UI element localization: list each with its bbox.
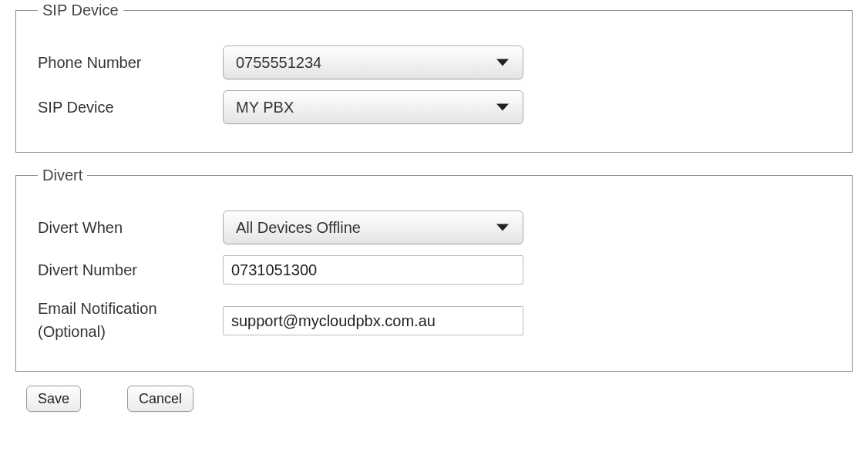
sip-device-value: MY PBX [236, 99, 294, 116]
divert-when-label: Divert When [38, 219, 223, 237]
divert-number-row: Divert Number [38, 255, 830, 285]
divert-number-input[interactable] [223, 255, 523, 285]
divert-when-value: All Devices Offline [236, 219, 361, 237]
cancel-button[interactable]: Cancel [127, 386, 193, 412]
email-label: Email Notification (Optional) [38, 295, 223, 343]
phone-number-value: 0755551234 [236, 54, 321, 72]
sip-device-row: SIP Device MY PBX [38, 90, 830, 124]
divert-when-row: Divert When All Devices Offline [38, 211, 830, 244]
divert-legend: Divert [38, 167, 87, 184]
chevron-down-icon [496, 224, 509, 231]
email-input[interactable] [223, 306, 523, 335]
divert-fieldset: Divert Divert When All Devices Offline D… [15, 167, 853, 372]
phone-number-select[interactable]: 0755551234 [223, 45, 523, 79]
sip-device-legend: SIP Device [38, 2, 123, 19]
sip-device-label: SIP Device [38, 99, 223, 116]
sip-device-select[interactable]: MY PBX [223, 90, 523, 124]
chevron-down-icon [496, 104, 509, 111]
chevron-down-icon [496, 59, 509, 66]
button-bar: Save Cancel [26, 386, 853, 412]
divert-when-select[interactable]: All Devices Offline [223, 211, 523, 244]
divert-number-label: Divert Number [38, 261, 223, 279]
save-button[interactable]: Save [26, 386, 81, 412]
sip-device-fieldset: SIP Device Phone Number 0755551234 SIP D… [15, 2, 853, 153]
email-row: Email Notification (Optional) [38, 295, 830, 343]
phone-number-label: Phone Number [38, 54, 223, 72]
phone-number-row: Phone Number 0755551234 [38, 45, 830, 79]
